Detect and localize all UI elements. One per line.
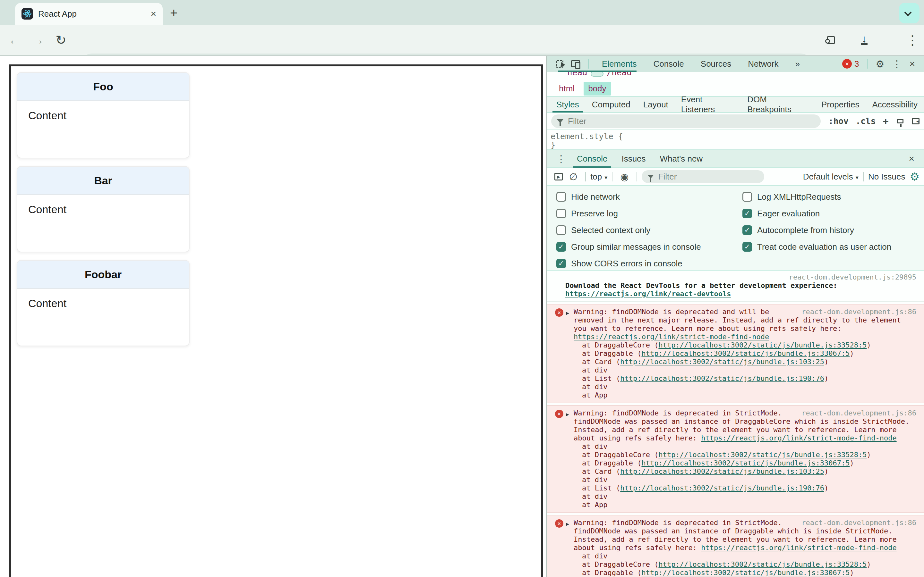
context-selector[interactable]: top▾: [590, 172, 607, 182]
checkbox[interactable]: [742, 192, 752, 201]
drawer-close-icon[interactable]: ×: [905, 153, 918, 164]
card-title[interactable]: Bar: [17, 167, 189, 195]
styles-tab[interactable]: Computed: [586, 97, 637, 113]
console-setting[interactable]: Hide network: [556, 189, 701, 205]
styles-tab[interactable]: Accessibility: [866, 97, 924, 113]
console-setting[interactable]: Selected context only: [556, 222, 701, 239]
card-title[interactable]: Foobar: [17, 261, 189, 289]
devtools-tab[interactable]: Elements: [594, 56, 645, 72]
bundle-link[interactable]: http://localhost:3002/static/js/bundle.j…: [658, 451, 867, 459]
sidebar-toggle-icon[interactable]: ◂: [912, 118, 919, 124]
draggable-card[interactable]: Foobar Content: [17, 260, 190, 346]
checkbox[interactable]: ✓: [556, 259, 566, 268]
drawer-tab[interactable]: Console: [570, 150, 614, 168]
issues-counter[interactable]: No Issues: [868, 172, 905, 182]
styles-tab[interactable]: Styles: [550, 97, 586, 113]
extensions-icon[interactable]: [821, 25, 841, 55]
checkbox[interactable]: [556, 192, 566, 201]
dom-tree-clipped-row[interactable]: head /head: [547, 72, 924, 81]
new-tab-button[interactable]: +: [170, 6, 178, 20]
message-source-link[interactable]: react-dom.development.js:86: [801, 409, 916, 417]
log-levels-dropdown[interactable]: Default levels▾: [803, 172, 859, 182]
checkbox[interactable]: ✓: [742, 209, 752, 218]
draggable-card[interactable]: Foo Content: [17, 72, 190, 158]
devtools-settings-gear-icon[interactable]: ⚙: [872, 58, 888, 69]
devtools-tab[interactable]: Network: [740, 56, 787, 72]
bundle-link[interactable]: http://localhost:3002/static/js/bundle.j…: [620, 358, 824, 366]
drawer-tab[interactable]: Issues: [614, 150, 653, 168]
console-setting[interactable]: ✓ Eager evaluation: [742, 205, 891, 222]
console-sidebar-icon[interactable]: ▶: [554, 173, 563, 181]
expand-triangle-icon[interactable]: ▶: [566, 309, 569, 318]
device-toolbar-icon[interactable]: [571, 60, 580, 67]
styles-tab[interactable]: Layout: [637, 97, 675, 113]
card-title[interactable]: Foo: [17, 73, 189, 101]
browser-menu-icon[interactable]: ⋮: [902, 25, 923, 55]
strict-mode-link[interactable]: https://reactjs.org/link/strict-mode-fin…: [573, 333, 916, 341]
more-tabs-icon[interactable]: »: [787, 56, 808, 72]
bundle-link[interactable]: http://localhost:3002/static/js/bundle.j…: [658, 560, 867, 568]
checkbox[interactable]: [556, 209, 566, 218]
react-devtools-link[interactable]: https://reactjs.org/link/react-devtools: [565, 290, 916, 298]
devtools-tab[interactable]: Sources: [692, 56, 740, 72]
new-style-rule-icon[interactable]: +: [883, 115, 889, 127]
bundle-link[interactable]: http://localhost:3002/static/js/bundle.j…: [641, 350, 850, 358]
console-filter-input[interactable]: Filter: [642, 170, 764, 183]
reload-button[interactable]: ↻: [51, 25, 71, 55]
element-style-block[interactable]: element.style { }: [547, 130, 924, 150]
console-settings-gear-icon[interactable]: ⚙: [910, 170, 919, 183]
console-setting[interactable]: Preserve log: [556, 205, 701, 222]
console-setting[interactable]: ✓ Show CORS errors in console: [556, 255, 701, 272]
bundle-link[interactable]: http://localhost:3002/static/js/bundle.j…: [641, 459, 850, 467]
devtools-menu-icon[interactable]: ⋮: [888, 58, 905, 69]
rendering-brush-icon[interactable]: [897, 119, 903, 123]
clear-console-icon[interactable]: ∅: [569, 171, 577, 182]
bundle-link[interactable]: http://localhost:3002/static/js/bundle.j…: [658, 341, 867, 349]
drawer-menu-icon[interactable]: ⋮: [552, 153, 570, 164]
strict-mode-link[interactable]: https://reactjs.org/link/strict-mode-fin…: [701, 434, 897, 442]
message-source-link[interactable]: react-dom.development.js:86: [801, 308, 916, 316]
tab-search-chevron-button[interactable]: [899, 3, 919, 23]
expand-triangle-icon[interactable]: ▶: [566, 410, 569, 419]
live-expression-eye-icon[interactable]: ◉: [620, 171, 628, 182]
styles-filter-input[interactable]: Filter: [551, 114, 821, 128]
browser-tab[interactable]: React App ×: [15, 3, 163, 25]
styles-tab[interactable]: Properties: [815, 97, 866, 113]
console-setting[interactable]: Log XMLHttpRequests: [742, 189, 891, 205]
console-setting[interactable]: ✓ Group similar messages in console: [556, 239, 701, 255]
forward-button[interactable]: →: [27, 25, 48, 55]
breadcrumb-html[interactable]: html: [554, 82, 579, 95]
dom-tag-head-close[interactable]: /head: [607, 72, 632, 77]
drawer-tab[interactable]: What's new: [653, 150, 710, 168]
breadcrumb-body[interactable]: body: [583, 82, 611, 95]
close-tab-icon[interactable]: ×: [150, 9, 156, 19]
hover-state-button[interactable]: :hov: [829, 116, 849, 126]
checkbox[interactable]: [556, 226, 566, 235]
back-button[interactable]: ←: [5, 25, 25, 55]
inspect-element-icon[interactable]: [556, 60, 564, 68]
checkbox[interactable]: ✓: [742, 242, 752, 251]
message-source-link[interactable]: react-dom.development.js:29895: [565, 273, 916, 282]
draggable-card[interactable]: Bar Content: [17, 166, 190, 252]
devtools-close-icon[interactable]: ×: [905, 58, 919, 69]
checkbox[interactable]: ✓: [742, 226, 752, 235]
dom-ellipsis-icon[interactable]: [591, 72, 604, 77]
message-source-link[interactable]: react-dom.development.js:86: [801, 519, 916, 527]
downloads-icon[interactable]: ↓: [854, 25, 875, 55]
class-toggle-button[interactable]: .cls: [856, 116, 876, 126]
checkbox[interactable]: ✓: [556, 242, 566, 251]
expand-triangle-icon[interactable]: ▶: [566, 520, 569, 528]
error-badge-icon[interactable]: ×: [842, 59, 852, 69]
styles-tab[interactable]: Event Listeners: [675, 97, 741, 113]
console-setting[interactable]: ✓ Autocomplete from history: [742, 222, 891, 239]
styles-tab[interactable]: DOM Breakpoints: [741, 97, 815, 113]
bundle-link[interactable]: http://localhost:3002/static/js/bundle.j…: [620, 467, 824, 475]
bundle-link[interactable]: http://localhost:3002/static/js/bundle.j…: [641, 569, 850, 577]
bundle-link[interactable]: http://localhost:3002/static/js/bundle.j…: [620, 484, 824, 492]
devtools-tab[interactable]: Console: [645, 56, 692, 72]
bundle-link[interactable]: http://localhost:3002/static/js/bundle.j…: [620, 374, 824, 382]
strict-mode-link[interactable]: https://reactjs.org/link/strict-mode-fin…: [701, 544, 897, 552]
console-setting[interactable]: ✓ Treat code evaluation as user action: [742, 239, 891, 255]
error-count[interactable]: 3: [855, 59, 859, 69]
dom-tag-head[interactable]: head: [567, 72, 588, 77]
